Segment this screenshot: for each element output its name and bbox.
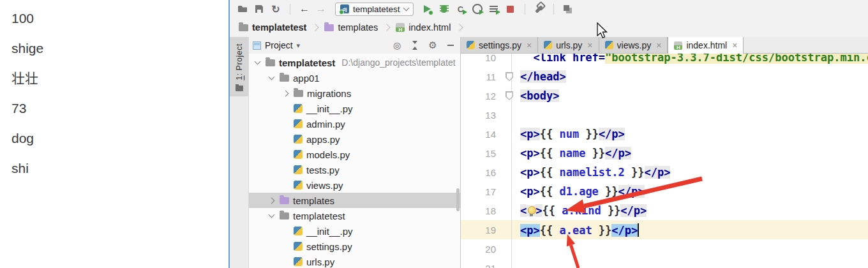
tree-row[interactable]: models.py (249, 147, 460, 162)
tree-item-label: apps.py (306, 134, 340, 145)
gutter-line-number: 13 (461, 105, 512, 124)
breadcrumb-separator-icon (384, 24, 391, 31)
run-with-icon[interactable] (488, 3, 500, 15)
chevron-right-icon[interactable] (267, 198, 276, 203)
code-line[interactable]: 11</head> (461, 67, 868, 86)
tree-row[interactable]: app01 (249, 70, 460, 86)
open-project-icon[interactable] (236, 3, 249, 15)
run-config-selector[interactable]: dj templatetest (335, 3, 414, 16)
tab-urls.py[interactable]: urls.py× (538, 37, 599, 53)
folder-purple-icon (324, 24, 334, 31)
code-token: {{ (542, 204, 562, 217)
code-token: <body> (520, 89, 559, 102)
code-line[interactable]: 18<>{{ a.kind }}</p> (461, 201, 868, 220)
code-token: > (535, 204, 542, 217)
tree-row[interactable]: tests.py (249, 162, 460, 177)
breadcrumb-item[interactable]: templates (322, 21, 380, 34)
folder-icon (294, 90, 303, 97)
tab-close-icon[interactable]: × (656, 40, 661, 50)
code-line[interactable]: 12<body> (461, 86, 868, 105)
code-token: {{ (540, 185, 560, 198)
locate-icon[interactable] (391, 40, 403, 51)
chevron-down-icon[interactable] (267, 77, 276, 79)
code-line[interactable]: 20 (461, 239, 868, 258)
intention-bulb-icon[interactable] (527, 205, 535, 216)
tree-row[interactable]: views.py (249, 177, 460, 193)
tree-row[interactable]: apps.py (249, 131, 460, 147)
breadcrumb-separator-icon (312, 24, 319, 31)
tree-row[interactable]: templatetest (249, 208, 460, 223)
debug-icon[interactable] (438, 3, 451, 15)
tree-item-label: migrations (307, 88, 351, 99)
code-line[interactable]: 16<p>{{ namelist.2 }}</p> (461, 163, 868, 182)
forward-icon[interactable] (315, 3, 327, 15)
code-line[interactable]: 13 (461, 105, 868, 124)
tree-row[interactable]: templates (249, 193, 460, 208)
breadcrumb-label: index.html (408, 22, 451, 33)
tree-item-label: views.py (306, 180, 343, 191)
tree-item-label: models.py (306, 149, 350, 160)
tab-close-icon[interactable]: × (732, 40, 737, 50)
tab-views.py[interactable]: views.py× (599, 37, 668, 53)
run-config-label: templatetest (353, 4, 400, 14)
code-token: </p> (618, 185, 645, 198)
code-line[interactable]: 10 <link href="bootstrap-3.3.7-dist/css/… (461, 54, 868, 67)
folder-gray-icon (239, 24, 248, 31)
tab-close-icon[interactable]: × (587, 40, 592, 50)
stop-icon[interactable] (504, 3, 517, 15)
code-line[interactable]: 21 (461, 258, 868, 268)
tree-row[interactable]: migrations (249, 86, 460, 101)
python-file-icon (294, 119, 303, 128)
tree-row[interactable]: urls.py (249, 254, 460, 268)
python-file-icon (294, 227, 303, 235)
code-line[interactable]: 19<p>{{ a.eat }}</p> (461, 220, 868, 239)
hide-icon[interactable] (445, 40, 456, 51)
profiler-icon[interactable] (471, 3, 484, 15)
code-token: <p> (520, 224, 540, 237)
tree-row[interactable]: templatetestD:\django_projects\templatet (249, 55, 460, 70)
gutter-line-number: 12 (461, 86, 512, 105)
tab-settings.py[interactable]: settings.py× (461, 37, 538, 53)
sync-icon[interactable] (269, 3, 282, 15)
tree-row[interactable]: admin.py (249, 116, 460, 131)
breadcrumb-item[interactable]: index.html (393, 21, 453, 34)
code-area[interactable]: 10 <link href="bootstrap-3.3.7-dist/css/… (461, 54, 868, 268)
tab-index.html[interactable]: index.html× (668, 37, 744, 54)
python-file-icon (294, 104, 303, 113)
back-icon[interactable] (298, 3, 311, 15)
code-token: < (520, 204, 527, 217)
ide-window: dj templatetest templatetesttemplatesind… (228, 0, 868, 268)
html-file-icon (674, 41, 682, 50)
gutter-line-number: 20 (461, 239, 512, 258)
coverage-icon[interactable] (454, 3, 467, 15)
project-scrollbar-thumb[interactable] (456, 188, 460, 211)
project-panel-title[interactable]: Project (265, 40, 293, 50)
tree-row[interactable]: settings.py (249, 239, 460, 254)
breadcrumb-item[interactable]: templatetest (236, 21, 309, 34)
code-line[interactable]: 14<p>{{ num }}</p> (461, 124, 868, 144)
chevron-right-icon[interactable] (281, 91, 290, 96)
run-icon[interactable] (421, 3, 434, 15)
tree-row[interactable]: __init__.py (249, 223, 460, 239)
fold-marker-icon[interactable] (505, 91, 513, 100)
stripe-button-label: 1: Project (235, 43, 244, 80)
chevron-down-icon[interactable] (253, 61, 262, 64)
text-caret (638, 223, 639, 237)
tree-item-label: app01 (293, 73, 320, 84)
ide-main: 1: Project Project ▾ templatetestD:\djan… (230, 37, 868, 268)
project-view-icon (253, 41, 261, 50)
settings-icon[interactable] (427, 40, 438, 51)
fold-marker-icon[interactable] (505, 72, 513, 81)
code-token: {{ (540, 224, 560, 237)
collapse-all-icon[interactable] (409, 40, 421, 51)
output-text: shige (11, 41, 222, 56)
stripe-button-project[interactable]: 1: Project (230, 37, 248, 96)
chevron-down-icon[interactable] (267, 214, 276, 217)
tab-close-icon[interactable]: × (527, 40, 532, 50)
save-all-icon[interactable] (562, 3, 574, 15)
tree-row[interactable]: __init__.py (249, 101, 460, 116)
wrench-icon[interactable] (533, 3, 546, 15)
code-line[interactable]: 17<p>{{ d1.age }}</p> (461, 182, 868, 201)
save-icon[interactable] (253, 3, 266, 15)
code-line[interactable]: 15<p>{{ name }}</p> (461, 144, 868, 163)
